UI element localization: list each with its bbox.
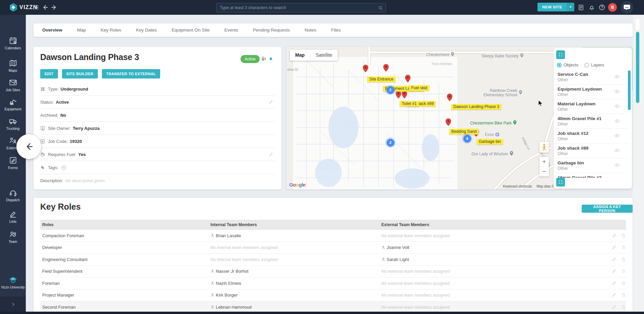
chat-bubble-icon[interactable] (621, 1, 633, 14)
map-pin[interactable] (382, 64, 390, 74)
sidebar-item-maps[interactable]: Maps (0, 59, 26, 72)
sidebar-item-equipment[interactable]: Equipment (0, 97, 26, 111)
search-icon[interactable] (378, 5, 386, 10)
edit-role-icon[interactable] (611, 245, 617, 250)
radio-layers[interactable]: Layers (584, 62, 604, 67)
edit-role-icon[interactable] (611, 269, 617, 274)
map-object-item-material-laydown[interactable]: Material LaydownOther (554, 99, 629, 114)
menu-toggle-icon[interactable] (32, 4, 40, 11)
help-icon[interactable] (598, 4, 605, 11)
new-site-button[interactable]: NEW SITE ▼ (537, 3, 574, 11)
page-scrollbar-thumb[interactable] (636, 32, 639, 103)
edit-role-icon[interactable] (611, 293, 617, 298)
tab-key-roles[interactable]: Key Roles (93, 23, 129, 37)
sidebar-item-trucking[interactable]: Trucking (0, 117, 26, 130)
map-pin[interactable] (401, 91, 408, 101)
edit-role-icon[interactable] (611, 281, 617, 286)
delete-role-icon[interactable] (621, 233, 626, 238)
sidebar-item-dispatch[interactable]: Dispatch (0, 188, 26, 202)
page-scrollbar-button[interactable] (636, 19, 640, 30)
delete-role-icon[interactable] (621, 269, 626, 274)
expand-panel-icon[interactable] (556, 50, 565, 59)
sidebar-item-calendars[interactable]: Calendars (0, 36, 26, 50)
map-object-item-equipment-laydown[interactable]: Equipment LaydownOther (554, 85, 629, 99)
tab-key-dates[interactable]: Key Dates (129, 23, 164, 37)
tab-pending-requests[interactable]: Pending Requests (246, 23, 297, 37)
map-object-label-garbage-bin[interactable]: Garbage bin (477, 139, 503, 145)
visibility-eye-icon[interactable] (614, 134, 620, 138)
visibility-eye-icon[interactable] (614, 119, 620, 123)
visibility-eye-icon[interactable] (614, 74, 620, 79)
attribution-link[interactable]: Keyboard shortcuts (503, 185, 532, 188)
map-pin[interactable] (362, 64, 369, 74)
map-object-label-bedding-sand[interactable]: Bedding Sand (449, 129, 478, 135)
nav-forward-icon[interactable] (50, 4, 58, 11)
sidebar-item-lists[interactable]: Lists (0, 210, 26, 223)
tab-map[interactable]: Map (70, 23, 93, 37)
edit-role-icon[interactable] (611, 257, 617, 262)
site-builder-button[interactable]: SITE BUILDER (62, 69, 98, 78)
floating-back-button[interactable] (16, 134, 41, 159)
clipboard-icon[interactable] (578, 4, 584, 11)
vizzn-logo-icon[interactable] (9, 3, 18, 12)
visibility-eye-icon[interactable] (614, 148, 620, 153)
map-pin[interactable] (404, 74, 411, 85)
radio-objects[interactable]: Objects (557, 62, 578, 67)
delete-role-icon[interactable] (621, 245, 626, 250)
map-object-item-job-shack-12[interactable]: Job shack #12Other (554, 129, 629, 144)
delete-role-icon[interactable] (621, 305, 626, 310)
delete-role-icon[interactable] (621, 281, 626, 286)
tab-files[interactable]: Files (324, 23, 348, 37)
edit-role-icon[interactable] (611, 305, 617, 310)
visibility-eye-icon[interactable] (614, 104, 620, 108)
visibility-eye-icon[interactable] (614, 163, 620, 167)
zoom-in-button[interactable]: + (539, 157, 549, 167)
assign-key-person-button[interactable]: ASSIGN A KEY PERSON (582, 205, 633, 213)
objects-scrollbar-thumb[interactable] (628, 70, 631, 110)
map-object-item-garbage-bin[interactable]: Garbage binOther (554, 158, 629, 173)
street-view-pegman[interactable] (539, 142, 549, 153)
transfer-to-external-button[interactable]: TRANSFER TO EXTERNAL (102, 69, 160, 78)
map-object-label-toilet-1[interactable]: Toilet #1 (400, 101, 419, 107)
map-pin[interactable] (446, 93, 453, 103)
sidebar-item-vizzn-university[interactable]: Vizzn University (0, 276, 26, 289)
map-cluster[interactable]: 4 (462, 134, 472, 144)
delete-role-icon[interactable] (621, 293, 626, 298)
table-header: Roles Internal Team Members External Tea… (40, 220, 626, 230)
edit-role-icon[interactable] (611, 233, 617, 238)
zoom-out-button[interactable]: − (539, 167, 549, 177)
edit-pencil-icon[interactable] (268, 152, 273, 157)
sidebar-item-team[interactable]: Team (0, 230, 26, 244)
new-site-dropdown-caret[interactable]: ▼ (567, 3, 574, 11)
edit-button[interactable]: EDIT (40, 69, 58, 78)
site-bell-icon[interactable] (268, 55, 274, 62)
visibility-eye-icon[interactable] (614, 89, 620, 94)
sidebar-collapse-toggle[interactable] (0, 297, 26, 312)
search-input[interactable] (216, 5, 378, 10)
map-object-item-40mm-gravel-pile-1[interactable]: 40mm Gravel Pile #1Other (554, 114, 629, 129)
map-pin[interactable] (445, 118, 452, 128)
map-object-label-fuel-skid[interactable]: Fuel skid (409, 85, 429, 91)
edit-pencil-icon[interactable] (268, 100, 273, 105)
tab-overview[interactable]: Overview (35, 23, 70, 37)
tab-events[interactable]: Events (217, 23, 245, 37)
notifications-bell-icon[interactable] (588, 4, 595, 11)
user-avatar[interactable]: B (608, 3, 617, 12)
sidebar-item-forms[interactable]: Forms (0, 156, 26, 170)
sidebar-item-job-sites[interactable]: Job Sites (0, 78, 26, 92)
map-type-map-button[interactable]: Map (290, 50, 310, 61)
map-cluster[interactable]: 2 (385, 138, 395, 148)
add-tag-icon[interactable] (61, 165, 67, 170)
map-cluster[interactable]: 2 (385, 85, 395, 95)
tab-equipment-on-site[interactable]: Equipment On Site (164, 23, 217, 37)
map-object-label-dawson-landing-phase-3[interactable]: Dawson Landing Phase 3 (451, 104, 501, 110)
tab-notes[interactable]: Notes (297, 23, 324, 37)
map-object-label-site-entrance[interactable]: Site Entrance (367, 76, 395, 82)
map-type-satellite-button[interactable]: Satellite (310, 50, 338, 61)
expand-panel-icon-bottom[interactable] (556, 178, 565, 187)
map-object-item-service-c-can[interactable]: Service C-CanOther (554, 70, 629, 85)
map-object-item-16mm-gravel-pile-2[interactable]: 16mm Gravel Pile #2 (554, 173, 629, 178)
nav-back-icon[interactable] (42, 4, 49, 11)
delete-role-icon[interactable] (621, 257, 626, 262)
map-object-item-job-shack-89[interactable]: Job shack #89Other (554, 144, 629, 158)
